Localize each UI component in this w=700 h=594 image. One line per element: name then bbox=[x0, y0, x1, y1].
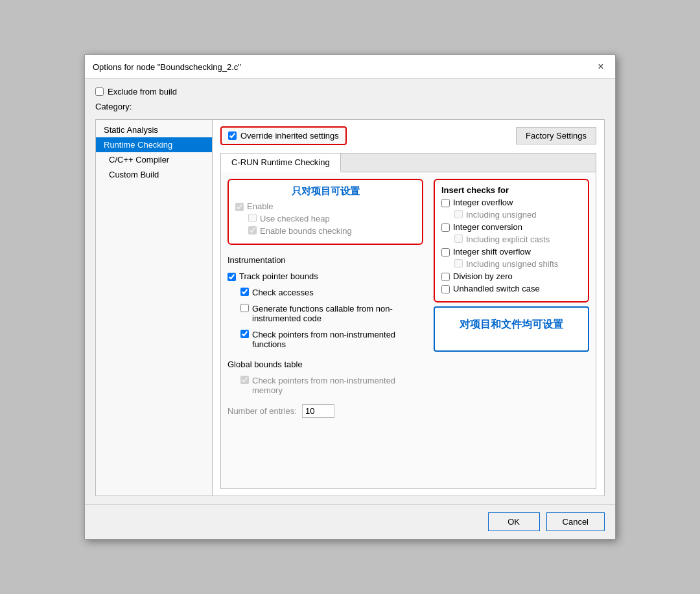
including-explicit-row: Including explicit casts bbox=[454, 234, 581, 244]
check-pointers-label: Check pointers from non-instrumented fun… bbox=[252, 330, 423, 349]
integer-conversion-label: Integer conversion bbox=[453, 222, 522, 232]
use-checked-heap-checkbox[interactable] bbox=[248, 214, 257, 222]
enable-label: Enable bbox=[247, 201, 273, 211]
integer-overflow-checkbox[interactable] bbox=[441, 199, 450, 207]
close-button[interactable]: × bbox=[594, 60, 607, 73]
dialog-title: Options for node "Boundschecking_2.c" bbox=[93, 62, 241, 72]
tab-header: C-RUN Runtime Checking bbox=[221, 154, 596, 172]
sidebar-item-static-analysis[interactable]: Static Analysis bbox=[96, 122, 212, 137]
use-checked-heap-label: Use checked heap bbox=[260, 214, 330, 223]
including-unsigned-checkbox[interactable] bbox=[454, 210, 463, 218]
including-explicit-label: Including explicit casts bbox=[466, 234, 550, 244]
enable-bounds-label: Enable bounds checking bbox=[260, 226, 352, 236]
number-input[interactable] bbox=[302, 404, 334, 418]
track-pointer-row: Track pointer bounds bbox=[228, 271, 423, 281]
sidebar-item-runtime-checking[interactable]: Runtime Checking bbox=[96, 137, 212, 152]
main-content: Static Analysis Runtime Checking C/C++ C… bbox=[95, 119, 605, 496]
override-checkbox[interactable] bbox=[228, 131, 237, 140]
dialog-body: Exclude from build Category: Static Anal… bbox=[85, 79, 615, 504]
enable-bounds-checkbox[interactable] bbox=[248, 226, 257, 234]
insert-checks-label: Insert checks for bbox=[441, 185, 581, 195]
track-pointer-checkbox[interactable] bbox=[228, 273, 236, 281]
including-unsigned-shifts-label: Including unsigned shifts bbox=[466, 259, 558, 269]
tab-crun[interactable]: C-RUN Runtime Checking bbox=[221, 154, 341, 172]
enable-row: Enable bbox=[235, 201, 415, 211]
exclude-label: Exclude from build bbox=[108, 87, 177, 97]
number-entry-row: Number of entries: bbox=[228, 404, 423, 418]
dialog-footer: OK Cancel bbox=[85, 504, 615, 539]
check-accesses-checkbox[interactable] bbox=[240, 288, 249, 296]
including-unsigned-label: Including unsigned bbox=[466, 210, 536, 220]
division-zero-row: Division by zero bbox=[441, 271, 581, 281]
tab-body: 只对项目可设置 Enable Use checked heap bbox=[221, 172, 596, 488]
generate-functions-row: Generate functions callable from non-ins… bbox=[240, 304, 423, 323]
global-check-pointers-checkbox[interactable] bbox=[240, 376, 249, 384]
check-pointers-checkbox[interactable] bbox=[240, 330, 249, 338]
global-bounds-label: Global bounds table bbox=[228, 360, 423, 369]
project-file-box: 对项目和文件均可设置 bbox=[434, 306, 589, 352]
integer-shift-label: Integer shift overflow bbox=[453, 247, 531, 257]
category-label: Category: bbox=[95, 102, 605, 111]
check-accesses-row: Check accesses bbox=[240, 288, 423, 297]
division-zero-label: Division by zero bbox=[453, 271, 513, 281]
global-check-pointers-row: Check pointers from non-instrumented mem… bbox=[240, 376, 423, 395]
including-unsigned-row: Including unsigned bbox=[454, 210, 581, 220]
exclude-row: Exclude from build bbox=[95, 87, 605, 97]
project-file-title: 对项目和文件均可设置 bbox=[443, 318, 580, 332]
override-label: Override inherited settings bbox=[240, 131, 339, 141]
enable-bounds-row: Enable bounds checking bbox=[248, 226, 415, 236]
generate-functions-checkbox[interactable] bbox=[240, 304, 249, 312]
sidebar-item-custom-build[interactable]: Custom Build bbox=[96, 167, 212, 182]
exclude-checkbox[interactable] bbox=[95, 87, 104, 96]
check-accesses-label: Check accesses bbox=[252, 288, 314, 297]
generate-functions-label: Generate functions callable from non-ins… bbox=[252, 304, 423, 323]
integer-shift-row: Integer shift overflow bbox=[441, 247, 581, 257]
integer-overflow-row: Integer overflow bbox=[441, 198, 581, 207]
override-row: Override inherited settings Factory Sett… bbox=[220, 126, 596, 145]
track-pointer-label: Track pointer bounds bbox=[239, 271, 318, 281]
factory-settings-button[interactable]: Factory Settings bbox=[516, 127, 596, 144]
integer-overflow-label: Integer overflow bbox=[453, 198, 513, 207]
sidebar-item-cpp-compiler[interactable]: C/C++ Compiler bbox=[96, 152, 212, 167]
integer-conversion-row: Integer conversion bbox=[441, 222, 581, 232]
including-explicit-checkbox[interactable] bbox=[454, 234, 463, 243]
project-only-title: 只对项目可设置 bbox=[235, 185, 415, 198]
integer-shift-checkbox[interactable] bbox=[441, 248, 450, 257]
titlebar: Options for node "Boundschecking_2.c" × bbox=[85, 55, 615, 79]
including-unsigned-shifts-row: Including unsigned shifts bbox=[454, 259, 581, 269]
global-check-pointers-label: Check pointers from non-instrumented mem… bbox=[252, 376, 423, 395]
right-panel: Override inherited settings Factory Sett… bbox=[213, 120, 604, 496]
sidebar: Static Analysis Runtime Checking C/C++ C… bbox=[96, 120, 213, 496]
ok-button[interactable]: OK bbox=[488, 512, 540, 531]
tab-section: C-RUN Runtime Checking 只对项目可设置 Enable bbox=[220, 153, 596, 489]
unhandled-switch-row: Unhandled switch case bbox=[441, 284, 581, 293]
cancel-button[interactable]: Cancel bbox=[546, 512, 605, 531]
insert-checks-box: Insert checks for Integer overflow Inclu… bbox=[434, 179, 589, 303]
use-checked-heap-row: Use checked heap bbox=[248, 214, 415, 223]
unhandled-switch-label: Unhandled switch case bbox=[453, 284, 540, 293]
number-label: Number of entries: bbox=[228, 406, 297, 416]
override-checkbox-box: Override inherited settings bbox=[220, 126, 347, 145]
instrumentation-label: Instrumentation bbox=[228, 255, 423, 265]
left-col: 只对项目可设置 Enable Use checked heap bbox=[228, 179, 423, 482]
division-zero-checkbox[interactable] bbox=[441, 273, 450, 281]
project-only-box: 只对项目可设置 Enable Use checked heap bbox=[228, 179, 423, 245]
enable-checkbox[interactable] bbox=[235, 203, 244, 211]
right-col: Insert checks for Integer overflow Inclu… bbox=[434, 179, 589, 482]
main-dialog: Options for node "Boundschecking_2.c" × … bbox=[84, 54, 616, 540]
including-unsigned-shifts-checkbox[interactable] bbox=[454, 259, 463, 268]
unhandled-switch-checkbox[interactable] bbox=[441, 285, 450, 293]
check-pointers-row: Check pointers from non-instrumented fun… bbox=[240, 330, 423, 349]
integer-conversion-checkbox[interactable] bbox=[441, 223, 450, 232]
